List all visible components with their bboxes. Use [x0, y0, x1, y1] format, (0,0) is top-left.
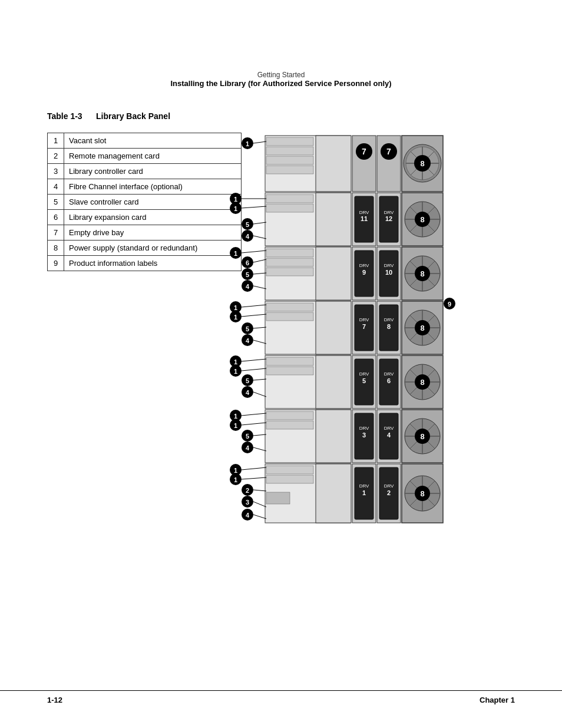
table-row: 1Vacant slot: [48, 133, 242, 149]
table-row: 4Fibre Channel interface (optional): [48, 179, 242, 195]
svg-text:4: 4: [246, 283, 250, 290]
svg-text:DRV: DRV: [384, 426, 394, 431]
legend-number: 8: [48, 241, 64, 256]
svg-text:DRV: DRV: [359, 263, 369, 268]
svg-text:1: 1: [234, 422, 237, 429]
svg-line-182: [253, 340, 266, 344]
svg-text:1: 1: [234, 413, 237, 420]
legend-label: Library expansion card: [64, 210, 242, 225]
table-row: 2Remote management card: [48, 149, 242, 164]
svg-text:DRV: DRV: [359, 371, 369, 377]
legend-label: Vacant slot: [64, 133, 242, 149]
svg-text:DRV: DRV: [384, 210, 394, 215]
svg-rect-84: [266, 357, 313, 365]
svg-text:8: 8: [387, 323, 391, 330]
svg-rect-66: [316, 301, 351, 354]
svg-line-158: [253, 236, 266, 239]
table-row: 5Slave controller card: [48, 195, 242, 210]
legend-label: Library controller card: [64, 164, 242, 179]
svg-line-215: [253, 490, 266, 491]
svg-text:4: 4: [246, 233, 250, 240]
svg-text:1: 1: [234, 196, 237, 203]
svg-text:7: 7: [362, 323, 366, 330]
svg-text:8: 8: [420, 324, 424, 332]
svg-line-209: [242, 467, 266, 470]
svg-rect-24: [266, 204, 313, 212]
header-title: Installing the Library (for Authorized S…: [0, 79, 562, 88]
svg-text:DRV: DRV: [359, 426, 369, 431]
svg-rect-125: [266, 475, 313, 483]
legend-label: Remote management card: [64, 149, 242, 164]
svg-rect-1: [266, 137, 313, 146]
svg-rect-45: [266, 268, 313, 276]
back-panel-diagram: 7 7 7 8: [259, 133, 459, 616]
svg-rect-44: [266, 258, 313, 266]
svg-rect-106: [316, 410, 351, 463]
svg-text:8: 8: [420, 378, 424, 387]
svg-text:1: 1: [234, 467, 237, 474]
svg-text:1: 1: [234, 205, 237, 212]
svg-text:5: 5: [246, 221, 249, 228]
table-row: 6Library expansion card: [48, 210, 242, 225]
svg-text:8: 8: [420, 269, 424, 278]
svg-rect-85: [266, 367, 313, 375]
svg-text:3: 3: [362, 431, 366, 439]
diagram-area: 7 7 7 8: [259, 133, 538, 618]
svg-text:5: 5: [246, 271, 249, 278]
legend-number: 1: [48, 133, 64, 149]
legend-label: Fibre Channel interface (optional): [64, 179, 242, 195]
svg-line-188: [242, 368, 266, 371]
svg-line-167: [253, 273, 266, 274]
svg-text:4: 4: [246, 444, 250, 452]
legend-number: 3: [48, 164, 64, 179]
svg-text:1: 1: [234, 314, 237, 321]
svg-text:DRV: DRV: [359, 483, 369, 489]
legend-number: 5: [48, 195, 64, 210]
table-row: 8Power supply (standard or redundant): [48, 241, 242, 256]
svg-line-194: [253, 392, 266, 397]
footer-page: 1-12: [47, 696, 62, 704]
svg-text:5: 5: [246, 433, 249, 440]
svg-text:1: 1: [246, 140, 249, 147]
svg-rect-86: [316, 355, 351, 409]
svg-line-206: [253, 447, 266, 451]
svg-rect-64: [266, 303, 313, 311]
legend-label: Slave controller card: [64, 195, 242, 210]
svg-line-170: [253, 286, 266, 289]
svg-text:7: 7: [362, 147, 366, 156]
svg-text:11: 11: [361, 215, 368, 222]
svg-text:5: 5: [246, 377, 249, 384]
legend-table: 1Vacant slot2Remote management card3Libr…: [47, 133, 242, 271]
svg-text:DRV: DRV: [359, 317, 369, 322]
svg-line-173: [242, 305, 266, 307]
svg-rect-105: [266, 421, 313, 429]
svg-line-155: [253, 222, 266, 224]
svg-text:1: 1: [234, 250, 237, 257]
table-title: Table 1-3 Library Back Panel: [47, 111, 562, 121]
svg-text:9: 9: [448, 301, 451, 308]
svg-text:4: 4: [246, 337, 250, 344]
svg-rect-104: [266, 411, 313, 420]
header-subtitle: Getting Started: [0, 71, 562, 79]
svg-line-200: [242, 423, 266, 425]
legend-label: Product information labels: [64, 256, 242, 271]
svg-text:4: 4: [246, 389, 250, 396]
svg-rect-127: [316, 464, 351, 523]
svg-text:DRV: DRV: [384, 263, 394, 268]
legend-number: 4: [48, 179, 64, 195]
svg-text:5: 5: [246, 325, 249, 332]
legend-number: 6: [48, 210, 64, 225]
svg-text:DRV: DRV: [384, 483, 394, 489]
svg-text:5: 5: [362, 377, 366, 384]
legend-table-container: 1Vacant slot2Remote management card3Libr…: [47, 133, 242, 618]
svg-text:2: 2: [387, 489, 391, 496]
svg-text:3: 3: [246, 499, 249, 506]
svg-rect-4: [266, 166, 313, 174]
svg-rect-46: [316, 247, 351, 300]
legend-number: 9: [48, 256, 64, 271]
svg-text:6: 6: [246, 259, 249, 266]
svg-line-221: [253, 515, 266, 519]
footer-chapter: Chapter 1: [480, 696, 515, 704]
svg-rect-43: [266, 249, 313, 257]
table-row: 9Product information labels: [48, 256, 242, 271]
